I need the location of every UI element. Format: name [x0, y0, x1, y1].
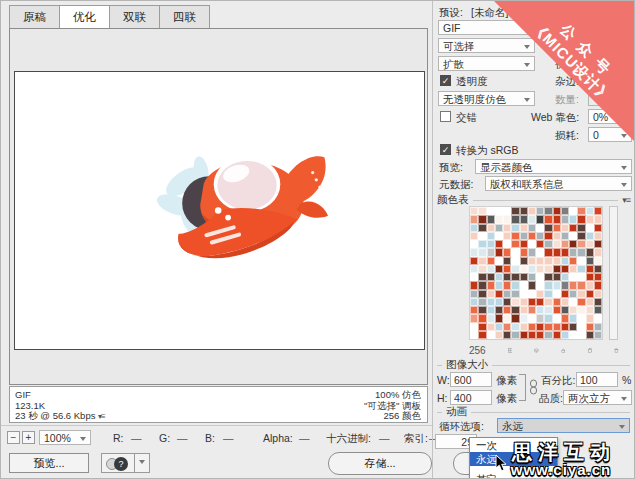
color-swatch[interactable]	[511, 232, 519, 240]
color-swatch[interactable]	[520, 298, 528, 306]
web-snap-select[interactable]: 0%	[588, 109, 632, 124]
color-swatch[interactable]	[544, 265, 552, 273]
color-swatch[interactable]	[520, 306, 528, 314]
color-swatch[interactable]	[478, 314, 486, 322]
color-swatch[interactable]	[553, 281, 561, 289]
color-swatch[interactable]	[478, 240, 486, 248]
color-swatch[interactable]	[544, 224, 552, 232]
color-swatch[interactable]	[503, 331, 511, 339]
color-swatch[interactable]	[544, 323, 552, 331]
color-swatch[interactable]	[528, 298, 536, 306]
color-swatch[interactable]	[487, 323, 495, 331]
color-swatch[interactable]	[528, 232, 536, 240]
color-swatch[interactable]	[495, 265, 503, 273]
color-swatch[interactable]	[544, 257, 552, 265]
color-swatch[interactable]	[536, 207, 544, 215]
color-swatch[interactable]	[569, 240, 577, 248]
browser-picker-arrow[interactable]	[135, 453, 150, 473]
color-swatch[interactable]	[478, 323, 486, 331]
color-swatch[interactable]	[470, 207, 478, 215]
dither-select[interactable]: 100%	[588, 56, 632, 71]
color-swatch[interactable]	[586, 215, 594, 223]
tab-4up[interactable]: 四联	[159, 5, 210, 30]
color-swatch[interactable]	[495, 290, 503, 298]
color-swatch[interactable]	[470, 215, 478, 223]
color-swatch[interactable]	[569, 323, 577, 331]
save-button[interactable]: 存储...	[328, 452, 432, 475]
color-swatch[interactable]	[594, 224, 602, 232]
color-swatch[interactable]	[553, 248, 561, 256]
color-swatch[interactable]	[520, 273, 528, 281]
color-swatch[interactable]	[470, 265, 478, 273]
color-swatch[interactable]	[569, 265, 577, 273]
width-input[interactable]: 600	[450, 372, 492, 387]
color-swatch[interactable]	[569, 306, 577, 314]
color-swatch[interactable]	[520, 281, 528, 289]
color-swatch[interactable]	[511, 323, 519, 331]
color-swatch[interactable]	[520, 215, 528, 223]
color-swatch[interactable]	[569, 298, 577, 306]
color-swatch[interactable]	[569, 273, 577, 281]
color-swatch[interactable]	[561, 224, 569, 232]
color-swatch[interactable]	[544, 240, 552, 248]
color-swatch[interactable]	[586, 323, 594, 331]
color-swatch[interactable]	[544, 232, 552, 240]
matte-select[interactable]: 无	[588, 73, 632, 88]
color-swatch[interactable]	[528, 215, 536, 223]
preview-setting-select[interactable]: 显示器颜色	[475, 159, 632, 174]
color-swatch[interactable]	[536, 224, 544, 232]
color-swatch[interactable]	[511, 265, 519, 273]
color-swatch[interactable]	[561, 331, 569, 339]
loop-option-forever[interactable]: 永远	[470, 452, 557, 466]
zoom-in-button[interactable]: +	[22, 431, 35, 444]
color-swatch[interactable]	[511, 215, 519, 223]
zoom-out-button[interactable]: −	[7, 431, 20, 444]
new-color-icon[interactable]	[588, 345, 593, 356]
color-swatch[interactable]	[569, 290, 577, 298]
color-swatch[interactable]	[561, 248, 569, 256]
color-swatch[interactable]	[577, 248, 585, 256]
color-swatch[interactable]	[553, 331, 561, 339]
color-swatch[interactable]	[553, 314, 561, 322]
color-table-menu-icon[interactable]: ▾≡	[622, 195, 630, 205]
color-swatch[interactable]	[495, 273, 503, 281]
color-swatch[interactable]	[495, 240, 503, 248]
color-swatch[interactable]	[536, 248, 544, 256]
color-swatch[interactable]	[577, 323, 585, 331]
color-swatch[interactable]	[478, 207, 486, 215]
color-swatch[interactable]	[544, 273, 552, 281]
color-swatch[interactable]	[536, 265, 544, 273]
color-swatch[interactable]	[536, 306, 544, 314]
color-swatch[interactable]	[503, 298, 511, 306]
color-swatch[interactable]	[511, 207, 519, 215]
color-swatch[interactable]	[503, 306, 511, 314]
color-swatch[interactable]	[594, 281, 602, 289]
color-swatch[interactable]	[528, 265, 536, 273]
color-swatch[interactable]	[594, 290, 602, 298]
color-swatch[interactable]	[553, 273, 561, 281]
color-swatch[interactable]	[478, 273, 486, 281]
color-swatch[interactable]	[594, 323, 602, 331]
transparency-dither-select[interactable]: 无透明度仿色	[438, 91, 535, 106]
quality-select[interactable]: 两次立方	[563, 390, 632, 405]
color-swatch[interactable]	[487, 331, 495, 339]
color-table-scrollbar[interactable]	[609, 206, 618, 340]
color-swatch[interactable]	[470, 240, 478, 248]
color-swatch[interactable]	[470, 224, 478, 232]
color-swatch[interactable]	[594, 232, 602, 240]
color-swatch[interactable]	[487, 314, 495, 322]
color-swatch[interactable]	[495, 281, 503, 289]
color-swatch[interactable]	[553, 224, 561, 232]
download-time-text[interactable]: 23 秒 @ 56.6 Kbps ▾≡	[15, 411, 105, 423]
color-swatch[interactable]	[528, 290, 536, 298]
color-swatch[interactable]	[536, 331, 544, 339]
color-swatch[interactable]	[553, 265, 561, 273]
color-swatch[interactable]	[495, 331, 503, 339]
color-reduction-select[interactable]: 可选择	[438, 38, 535, 53]
color-swatch[interactable]	[470, 273, 478, 281]
color-swatch[interactable]	[577, 273, 585, 281]
color-swatch[interactable]	[487, 290, 495, 298]
color-swatch[interactable]	[561, 298, 569, 306]
format-select[interactable]: GIF	[438, 20, 535, 35]
color-swatch[interactable]	[511, 331, 519, 339]
